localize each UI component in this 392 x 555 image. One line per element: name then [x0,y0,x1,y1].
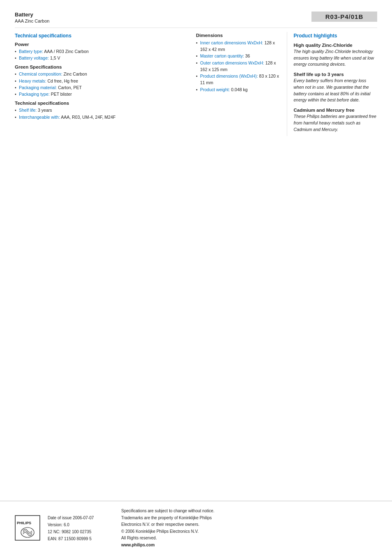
footer-date: Date of issue 2006-07-07 [48,514,111,521]
legal-line-1: Specifications are subject to change wit… [121,508,214,515]
dimensions-list: Inner carton dimensions WxDxH: 128 x 162… [196,39,280,93]
spec-value: Cd free, Hg free [47,78,78,83]
spec-label: Chemical composition: [19,71,64,76]
footer-legal: Specifications are subject to change wit… [121,508,214,548]
footer: PHILIPS Date of issue 2006-07-07 Version… [0,501,392,555]
list-item: Outer carton dimensions WxDxH: 128 x 162… [196,60,280,73]
spec-value: AAA / R03 Zinc Carbon [44,49,89,54]
spec-label: Outer carton dimensions WxDxH: [200,60,265,65]
list-item: Packaging type: PET blister [15,91,188,97]
left-column: Technical specifications Power Battery t… [15,32,196,136]
product-info: Battery AAA Zinc Carbon [15,12,49,23]
page: Battery AAA Zinc Carbon R03-P4/01B Techn… [0,0,392,555]
svg-text:PHILIPS: PHILIPS [17,521,31,525]
header-row: Battery AAA Zinc Carbon R03-P4/01B [15,12,377,23]
spec-value: 1,5 V [50,55,60,60]
tech-title: Technical specifications [15,101,188,106]
footer-meta: Date of issue 2006-07-07 Version: 6.0 12… [48,514,111,542]
main-content: Technical specifications Power Battery t… [15,32,377,136]
spec-value: 0.048 kg [231,87,247,92]
svg-rect-0 [15,516,40,540]
green-title: Green Specifications [15,64,188,69]
spec-value: 3 years [38,108,52,113]
list-item: Inner carton dimensions WxDxH: 128 x 162… [196,39,280,53]
product-code-box: R03-P4/01B [311,12,377,22]
product-category: Battery [15,12,49,18]
spec-label: Packaging type: [19,92,51,97]
spec-label: Master carton quantity: [200,53,245,58]
header-divider [15,28,377,28]
highlight-desc-2: Every battery suffers from energy loss w… [294,78,378,104]
highlight-title-2: Shelf life up to 3 years [294,72,378,77]
power-list: Battery type: AAA / R03 Zinc Carbon Batt… [15,48,188,62]
spec-label: Inner carton dimensions WxDxH: [200,40,264,45]
highlight-title-3: Cadmium and Mercury free [294,108,378,113]
spec-value: Zinc Carbon [64,71,87,76]
list-item: Product dimensions (WxDxH): 83 x 120 x 1… [196,73,280,86]
spec-label: Interchangeable with: [19,115,61,120]
list-item: Chemical composition: Zinc Carbon [15,71,188,77]
tech-list: Shelf life: 3 years Interchangeable with… [15,107,188,120]
highlight-desc-3: These Philips batteries are guaranteed f… [294,113,378,133]
spec-label: Product dimensions (WxDxH): [200,74,259,78]
legal-line-2: Trademarks are the property of Koninklij… [121,515,214,522]
website-bold: www.philips.com [121,543,154,547]
spec-value: Carton, PET [58,85,82,90]
list-item: Battery type: AAA / R03 Zinc Carbon [15,48,188,55]
dimensions-title: Dimensions [196,33,280,38]
highlights-column: Product highlights High quality Zinc-Chl… [287,32,378,136]
list-item: Product weight: 0.048 kg [196,86,280,93]
spec-label: Shelf life: [19,108,38,113]
spec-value: AAA, R03, UM-4, 24F, M24F [61,115,115,120]
product-name: AAA Zinc Carbon [15,18,49,23]
dimensions-column: Dimensions Inner carton dimensions WxDxH… [196,32,287,136]
footer-version: Version: 6.0 [48,521,111,528]
spec-value: 36 [245,53,250,58]
list-item: Master carton quantity: 36 [196,53,280,59]
highlight-title-1: High quality Zinc-Chloride [294,43,378,48]
legal-line-3: Electronics N.V. or their respective own… [121,521,214,528]
spec-label: Battery voltage: [19,55,50,60]
spec-label: Packaging material: [19,85,58,90]
legal-line-5: All Rights reserved. [121,535,214,542]
right-side: Dimensions Inner carton dimensions WxDxH… [196,32,377,136]
list-item: Shelf life: 3 years [15,107,188,113]
footer-ean: EAN: 87 11500 80999 5 [48,535,111,542]
highlight-desc-1: The high quality Zinc-Chloride technolog… [294,48,378,68]
highlights-section-title: Product highlights [294,33,378,39]
list-item: Heavy metals: Cd free, Hg free [15,78,188,84]
green-list: Chemical composition: Zinc Carbon Heavy … [15,71,188,97]
power-title: Power [15,42,188,47]
list-item: Battery voltage: 1,5 V [15,55,188,61]
spec-label: Battery type: [19,49,44,54]
philips-logo: PHILIPS [15,515,40,541]
footer-nc: 12 NC: 9082 100 02735 [48,528,111,535]
list-item: Interchangeable with: AAA, R03, UM-4, 24… [15,114,188,120]
spec-value: PET blister [51,92,72,97]
spec-label: Heavy metals: [19,78,47,83]
left-section-title: Technical specifications [15,33,188,39]
footer-website: www.philips.com [121,542,214,549]
list-item: Packaging material: Carton, PET [15,84,188,91]
legal-line-4: © 2006 Koninklijke Philips Electronics N… [121,528,214,535]
spec-label: Product weight: [200,87,231,92]
